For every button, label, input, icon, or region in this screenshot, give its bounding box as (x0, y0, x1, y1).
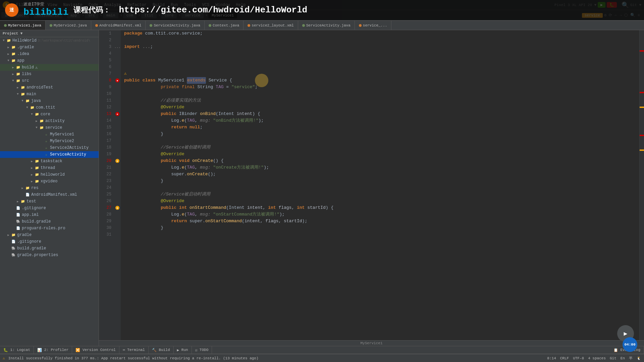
status-encoding[interactable]: UTF-8 (573, 356, 584, 360)
debug-button[interactable]: 🐛 (607, 2, 617, 8)
tree-item-buildgradle-root[interactable]: 🐘 build.gradle (0, 245, 99, 252)
tree-item-service[interactable]: ▼ 📁 service (0, 124, 99, 131)
file-tab-context[interactable]: Context.java (205, 21, 244, 30)
kw-int-27b: int (268, 204, 276, 211)
file-dot-myservice2 (50, 24, 52, 27)
line-num-13: 13 (102, 111, 111, 117)
tree-item-libs[interactable]: ▶ 📁 libs (0, 71, 99, 77)
tree-item-myservice2[interactable]: ☕ MyService2 (0, 138, 99, 144)
menu-refactor[interactable]: Refactor (124, 2, 149, 8)
file-tab-androidmanifest[interactable]: AndroidManifest.xml (91, 21, 146, 30)
tree-item-main[interactable]: ▼ 📁 main (0, 91, 99, 98)
status-git[interactable]: Git (610, 356, 616, 360)
toolbar-tab-ttit[interactable]: ttit (141, 12, 157, 18)
tree-label-src: src (22, 78, 29, 83)
param-startid: startId (307, 204, 326, 211)
super-22: super (171, 171, 184, 178)
code-area[interactable]: package com.ttit.core.service; import ..… (121, 30, 639, 340)
tree-item-xgvideo[interactable]: ▶ 📁 xgvideo (0, 178, 99, 185)
code-line-5 (124, 57, 636, 64)
tree-item-buildgradle-app[interactable]: 🐘 build.gradle (0, 218, 99, 225)
tree-item-androidtest[interactable]: ▶ 📁 androidTest (0, 84, 99, 91)
status-position[interactable]: 8:14 (547, 356, 556, 360)
bottom-tab-run[interactable]: ▶ Run (174, 346, 192, 354)
search-icon[interactable]: 🔍 (622, 1, 629, 9)
bottom-tab-versioncontrol[interactable]: 🔀 Version Control (72, 346, 119, 354)
menu-file[interactable]: File (13, 2, 29, 8)
toolbar-tab-hellowrold[interactable]: HelloWorld (34, 12, 62, 18)
file-tab-service2layout[interactable]: service2_layout.xml (244, 21, 298, 30)
tree-arrow-taskstack: ▶ (30, 160, 34, 163)
project-tree[interactable]: Project ▼ ▼ 📁 HelloWorld D:\workspace\tt… (0, 30, 99, 346)
bottom-tab-profiler[interactable]: 📊 2: Profiler (34, 346, 72, 354)
tree-arrow-service: ▼ (34, 126, 39, 129)
menu-build[interactable]: Build (150, 2, 167, 8)
tree-item-helloworld2[interactable]: ▶ 📁 helloworld (0, 171, 99, 178)
status-indent[interactable]: 4 spaces (588, 356, 606, 360)
tree-item-gitignore-app[interactable]: 📄 .gitignore (0, 205, 99, 212)
tree-item-taskstack[interactable]: ▶ 📁 taskstack (0, 158, 99, 165)
tree-item-build[interactable]: ▶ 📁 build ⚠ (0, 64, 99, 71)
bottom-tab-build[interactable]: 🔨 Build (149, 346, 174, 354)
menu-run[interactable]: Run (168, 2, 181, 8)
line-num-20: 20 (102, 158, 111, 164)
menu-navigate[interactable]: Navigate (60, 2, 85, 8)
toolbar-tab-service[interactable]: service (181, 12, 204, 18)
tree-item-idea[interactable]: ▶ 📁 .idea (0, 51, 99, 57)
tree-item-gradleprops[interactable]: 🐘 gradle.properties (0, 252, 99, 258)
file-tab-myservice2[interactable]: MyService2.java (46, 21, 91, 30)
tree-item-res[interactable]: ▶ 📁 res (0, 185, 99, 191)
tree-item-gradle[interactable]: ▶ 📁 .gradle (0, 44, 99, 51)
file-tab-service-layout[interactable]: service_... (355, 21, 392, 30)
menu-code[interactable]: Code (86, 2, 101, 8)
tree-item-core[interactable]: ▼ 📁 core (0, 111, 99, 118)
file-tab-service2activity[interactable]: Service2Activity.java (146, 21, 205, 30)
tree-item-androidmanifest[interactable]: 📄 AndroidManifest.xml (0, 191, 99, 198)
toolbar-tab-src[interactable]: src (85, 12, 98, 18)
tree-item-service2activity[interactable]: ☕ Service2Activity (0, 144, 99, 151)
tree-item-thread[interactable]: ▶ 📁 thread (0, 165, 99, 171)
bottom-tab-terminal[interactable]: ⌨ Terminal (119, 346, 149, 354)
tree-item-myservice1[interactable]: ☕ MyService1 (0, 131, 99, 138)
status-line-sep[interactable]: CRLF (560, 356, 569, 360)
menu-view[interactable]: View (45, 2, 60, 8)
menu-vcs[interactable]: VCS (200, 2, 212, 8)
menu-tools[interactable]: Tools (181, 2, 199, 8)
method-loge-14: e (182, 117, 184, 124)
tree-item-proguard[interactable]: 📄 proguard-rules.pro (0, 225, 99, 232)
tree-item-activity[interactable]: ▶ 📁 activity (0, 118, 99, 124)
toolbar-tab-app[interactable]: app (67, 12, 80, 18)
line-num-27: 27 (102, 204, 111, 211)
toolbar-tab-core[interactable]: core (161, 12, 177, 18)
code-editor[interactable]: 1 2 3 4 5 6 7 8 9 10 11 12 13 14 15 16 1… (99, 30, 644, 346)
tree-item-gitignore-root[interactable]: 📄 .gitignore (0, 238, 99, 245)
file-tab-serviceactivity[interactable]: ServiceActivity.java (298, 21, 355, 30)
tree-item-helloworld[interactable]: ▼ 📁 HelloWorld D:\workspace\ttit\android… (0, 37, 99, 44)
toolbar-tab-com[interactable]: com (123, 12, 137, 18)
code-line-30: } (124, 225, 636, 231)
tree-item-gradle-root[interactable]: ▶ 📁 gradle (0, 232, 99, 238)
toolbar-tab-myservice1[interactable]: MyService1 (208, 12, 237, 18)
bottom-tab-todo[interactable]: ☑ TODO (192, 346, 212, 354)
gutter-20: ● (114, 158, 121, 164)
menu-edit[interactable]: Edit (29, 2, 44, 8)
bottom-tab-logcat[interactable]: 🐛 1: Logcat (0, 346, 34, 354)
toolbar-tab-project[interactable]: ☰ Project (1, 12, 29, 18)
tree-arrow-comttit: ▼ (25, 106, 30, 109)
menu-window[interactable]: Window (213, 2, 232, 8)
toolbar-tab-main[interactable]: main (103, 12, 118, 18)
tree-item-app[interactable]: ▼ 📁 app (0, 57, 99, 64)
file-tab-myservice1[interactable]: MyService1.java (0, 21, 46, 30)
tree-item-test[interactable]: ▶ 📁 test (0, 198, 99, 205)
tree-label-activity: activity (45, 119, 65, 123)
tree-item-appiml[interactable]: 📄 app.iml (0, 212, 99, 218)
menu-analyze[interactable]: Analyze (102, 2, 124, 8)
bottom-tabs: 🐛 1: Logcat 📊 2: Profiler 🔀 Version Cont… (0, 346, 644, 354)
tree-item-comttit[interactable]: ▼ 📁 com.ttit (0, 104, 99, 111)
menu-help[interactable]: Help (233, 2, 248, 8)
run-button[interactable]: ▶ (598, 2, 605, 8)
tree-item-java[interactable]: ▼ 📁 java (0, 98, 99, 104)
code-line-29: return super.onStartCommand(intent, flag… (124, 218, 636, 225)
tree-item-serviceactivity[interactable]: ☕ ServiceActivity (0, 151, 99, 158)
tree-item-src[interactable]: ▼ 📁 src (0, 77, 99, 84)
